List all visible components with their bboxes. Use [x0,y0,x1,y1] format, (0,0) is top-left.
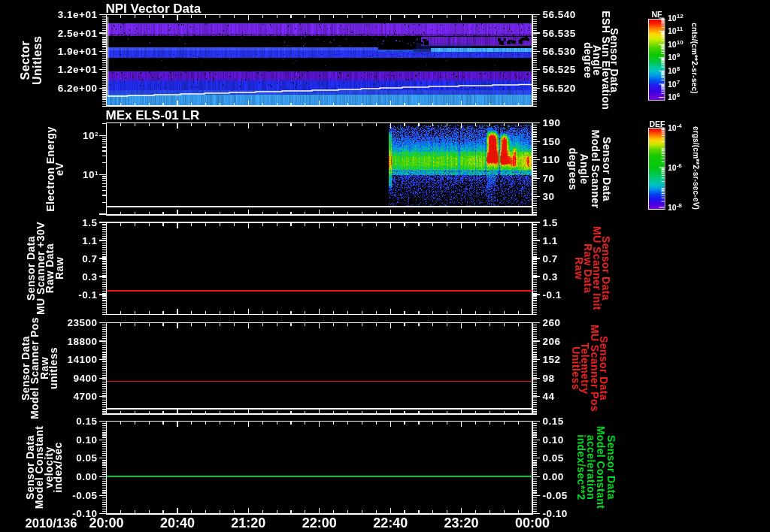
svg-text:1.2e+01: 1.2e+01 [58,64,98,75]
svg-text:0.15: 0.15 [543,416,564,427]
svg-text:index/sec**2: index/sec**2 [575,434,587,500]
svg-text:6.2e+00: 6.2e+00 [58,83,98,94]
svg-text:index/sec: index/sec [52,442,64,492]
svg-text:Unitless: Unitless [570,346,582,390]
svg-text:NF: NF [652,10,663,19]
svg-text:109: 109 [668,52,681,62]
svg-text:1.1: 1.1 [543,235,558,246]
svg-text:1012: 1012 [668,13,684,23]
svg-text:9400: 9400 [73,373,97,384]
svg-text:18800: 18800 [67,336,97,347]
svg-text:70: 70 [543,173,555,184]
svg-text:22:40: 22:40 [373,515,408,530]
svg-text:Raw: Raw [53,257,65,280]
svg-text:14100: 14100 [67,354,97,365]
svg-text:102: 102 [83,130,99,141]
svg-text:152: 152 [543,354,561,365]
svg-text:NPI Vector Data: NPI Vector Data [106,2,202,16]
svg-text:0.15: 0.15 [76,416,97,427]
svg-text:Sector: Sector [19,41,32,80]
svg-text:98: 98 [543,373,555,384]
svg-text:56.535: 56.535 [543,28,576,39]
svg-text:44: 44 [543,391,555,402]
svg-text:20:00: 20:00 [89,515,123,530]
svg-text:150: 150 [543,136,561,147]
svg-text:2.5e+01: 2.5e+01 [58,28,98,39]
svg-text:1.9e+01: 1.9e+01 [58,46,98,57]
svg-text:Unitless: Unitless [31,36,44,85]
svg-text:1011: 1011 [668,26,684,35]
svg-text:110: 110 [543,154,560,165]
svg-text:MEx ELS-01 LR: MEx ELS-01 LR [106,108,200,122]
svg-text:10-8: 10-8 [668,202,682,212]
svg-text:10-6: 10-6 [668,162,682,172]
svg-text:107: 107 [668,79,681,89]
svg-text:Sensor Data: Sensor Data [601,137,613,201]
svg-text:-0.05: -0.05 [543,490,568,501]
svg-text:-0.05: -0.05 [72,490,97,501]
svg-text:-0.1: -0.1 [543,289,562,301]
svg-text:56.520: 56.520 [543,83,576,94]
svg-text:0.10: 0.10 [543,434,564,446]
svg-text:108: 108 [668,65,681,75]
svg-text:10-4: 10-4 [668,122,682,132]
svg-text:0.3: 0.3 [543,271,558,283]
svg-text:0.05: 0.05 [543,452,564,464]
svg-text:101: 101 [83,169,99,180]
svg-text:0.3: 0.3 [82,271,97,283]
svg-text:190: 190 [543,117,561,128]
svg-text:degrees: degrees [567,148,579,191]
svg-text:Raw: Raw [573,257,585,280]
svg-text:20:40: 20:40 [160,515,195,530]
svg-text:30: 30 [543,191,555,202]
svg-text:1010: 1010 [668,39,684,49]
svg-text:0.00: 0.00 [76,471,97,482]
svg-text:ergs/(cm**2-sr-sec-eV): ergs/(cm**2-sr-sec-eV) [692,126,700,210]
svg-text:260: 260 [543,317,561,328]
svg-text:Model Scanner: Model Scanner [590,130,602,209]
svg-text:eV: eV [53,162,65,176]
svg-text:23500: 23500 [67,317,97,328]
svg-text:0.00: 0.00 [543,471,564,482]
svg-text:106: 106 [668,92,681,101]
svg-text:0.05: 0.05 [76,452,97,464]
svg-text:00:00: 00:00 [515,515,550,530]
svg-text:1.5: 1.5 [543,217,558,228]
svg-text:degree: degree [582,42,594,78]
svg-text:56.525: 56.525 [543,64,576,75]
svg-text:4700: 4700 [73,391,97,402]
svg-text:2010/136: 2010/136 [26,516,77,530]
svg-text:22:00: 22:00 [302,515,337,530]
svg-text:206: 206 [543,336,561,347]
svg-text:23:20: 23:20 [444,515,479,530]
svg-text:0.7: 0.7 [82,253,97,264]
svg-text:21:20: 21:20 [231,515,265,530]
svg-text:0.10: 0.10 [76,434,97,446]
svg-text:cnts/(cm**2-sr-sec): cnts/(cm**2-sr-sec) [690,23,699,93]
svg-text:-0.1: -0.1 [78,289,97,301]
svg-text:3.1e+01: 3.1e+01 [58,9,98,20]
svg-text:0.7: 0.7 [543,253,558,264]
svg-text:1.5: 1.5 [82,217,97,228]
svg-text:56.530: 56.530 [543,46,576,57]
svg-text:56.540: 56.540 [543,9,576,20]
svg-text:1.1: 1.1 [82,235,97,246]
svg-text:unitless: unitless [47,347,59,389]
svg-text:DEF: DEF [650,119,666,128]
